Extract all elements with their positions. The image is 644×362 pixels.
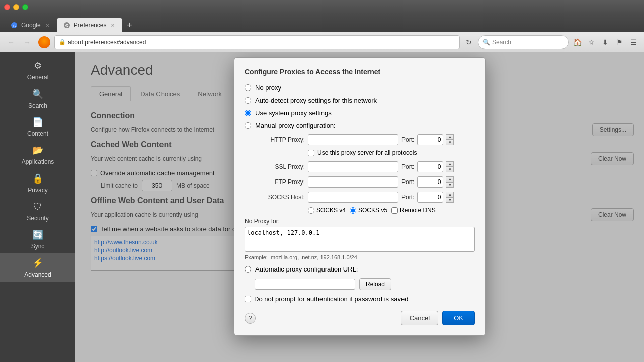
auto-detect-label[interactable]: Auto-detect proxy settings for this netw… (255, 97, 377, 104)
close-window-button[interactable] (4, 4, 10, 10)
ftp-port-up[interactable]: ▲ (446, 176, 454, 182)
socks-v4-label[interactable]: SOCKS v4 (316, 207, 346, 214)
auto-proxy-url-input[interactable] (255, 279, 355, 290)
use-system-row: Use system proxy settings (245, 109, 475, 117)
search-sidebar-icon: 🔍 (32, 88, 44, 100)
sidebar-item-sync[interactable]: 🔄 Sync (0, 225, 75, 253)
ok-button[interactable]: OK (442, 311, 475, 325)
sidebar-item-privacy[interactable]: 🔒 Privacy (0, 169, 75, 197)
no-proxy-section: No Proxy for: localhost, 127.0.0.1 Examp… (245, 218, 475, 260)
socks-port-input[interactable] (417, 192, 443, 203)
tab-preferences-label: Preferences (74, 22, 107, 29)
auto-proxy-url-radio[interactable] (245, 266, 251, 273)
tab-preferences-close[interactable]: ✕ (109, 22, 116, 29)
http-port-down[interactable]: ▼ (446, 140, 454, 145)
sidebar: ⚙ General 🔍 Search 📄 Content 📂 Applicati… (0, 52, 75, 362)
socks-port-up[interactable]: ▲ (446, 192, 454, 197)
sidebar-label-advanced: Advanced (24, 271, 51, 278)
svg-text:G: G (13, 24, 16, 28)
ssl-port-down[interactable]: ▼ (446, 167, 454, 172)
use-all-protocols-row: Use this proxy server for all protocols (308, 149, 475, 156)
search-box[interactable]: 🔍 Search (478, 35, 569, 49)
socks-port-spinner: ▲ ▼ (446, 192, 454, 203)
url-bar[interactable]: 🔒 about:preferences#advanced (54, 35, 460, 49)
titlebar (0, 0, 644, 14)
use-system-label[interactable]: Use system proxy settings (255, 109, 332, 117)
sidebar-item-advanced[interactable]: ⚡ Advanced (0, 253, 75, 282)
help-button[interactable]: ? (245, 313, 256, 324)
ftp-proxy-row: FTP Proxy: Port: ▲ ▼ (255, 176, 475, 188)
http-proxy-input[interactable] (308, 134, 398, 145)
ftp-proxy-input[interactable] (308, 176, 398, 188)
http-proxy-label: HTTP Proxy: (255, 136, 305, 143)
firefox-icon (38, 36, 50, 48)
no-proxy-radio[interactable] (245, 84, 251, 91)
auth-checkbox-row: Do not prompt for authentication if pass… (245, 295, 475, 303)
ssl-proxy-input[interactable] (308, 161, 398, 172)
socks-v5-radio[interactable] (350, 207, 356, 214)
ssl-proxy-label: SSL Proxy: (255, 163, 305, 170)
remote-dns-option: Remote DNS (391, 207, 436, 214)
socks-port-down[interactable]: ▼ (446, 197, 454, 203)
http-port-input[interactable] (417, 134, 443, 145)
socks-host-input[interactable] (308, 192, 398, 203)
ftp-port-spinner: ▲ ▼ (446, 176, 454, 188)
menu-icon[interactable]: ☰ (627, 36, 640, 49)
auto-detect-radio[interactable] (245, 97, 251, 104)
ssl-port-input[interactable] (417, 161, 443, 172)
http-port-up[interactable]: ▲ (446, 134, 454, 140)
security-icon: 🛡 (32, 201, 44, 213)
socks-v5-label[interactable]: SOCKS v5 (358, 207, 387, 214)
back-button[interactable]: ← (4, 35, 18, 49)
socks-v4-radio[interactable] (308, 207, 314, 214)
remote-dns-checkbox[interactable] (391, 207, 398, 214)
downloads-icon[interactable]: ⬇ (599, 36, 612, 49)
manual-proxy-label[interactable]: Manual proxy configuration: (255, 122, 336, 129)
manual-row: Manual proxy configuration: (245, 122, 475, 129)
ssl-port-up[interactable]: ▲ (446, 161, 454, 167)
bookmark-icon[interactable]: ☆ (585, 36, 598, 49)
use-all-protocols-checkbox[interactable] (308, 150, 314, 156)
new-tab-button[interactable]: + (122, 18, 136, 32)
reload-button[interactable]: ↻ (462, 35, 476, 49)
sidebar-item-content[interactable]: 📄 Content (0, 113, 75, 141)
ftp-port-down[interactable]: ▼ (446, 182, 454, 188)
use-all-protocols-label: Use this proxy server for all protocols (317, 149, 417, 156)
forward-button[interactable]: → (20, 35, 34, 49)
minimize-window-button[interactable] (13, 4, 19, 10)
example-text: Example: .mozilla.org, .net.nz, 192.168.… (245, 254, 475, 260)
manual-proxy-radio[interactable] (245, 122, 251, 129)
socks-v5-option: SOCKS v5 (350, 207, 387, 214)
cancel-button[interactable]: Cancel (401, 311, 438, 325)
remote-dns-label: Remote DNS (400, 207, 436, 214)
sync-icon: 🔄 (32, 229, 44, 241)
tab-google-close[interactable]: ✕ (44, 22, 51, 29)
http-proxy-row: HTTP Proxy: Port: ▲ ▼ (255, 134, 475, 145)
no-proxy-for-label: No Proxy for: (245, 218, 475, 225)
sidebar-item-search[interactable]: 🔍 Search (0, 84, 75, 113)
sidebar-item-general[interactable]: ⚙ General (0, 56, 75, 84)
search-placeholder: Search (492, 39, 511, 46)
browser-tab-preferences[interactable]: ⚙ Preferences ✕ (57, 18, 123, 32)
url-text: about:preferences#advanced (68, 39, 146, 46)
sidebar-label-applications: Applications (22, 158, 54, 165)
sidebar-item-applications[interactable]: 📂 Applications (0, 141, 75, 169)
browser-tab-google[interactable]: G Google ✕ (4, 18, 57, 32)
auth-checkbox[interactable] (245, 296, 251, 302)
home-icon[interactable]: 🏠 (571, 36, 584, 49)
applications-icon: 📂 (32, 144, 44, 156)
sidebar-label-privacy: Privacy (28, 187, 47, 194)
no-proxy-textarea[interactable]: localhost, 127.0.0.1 (245, 227, 475, 252)
url-lock-icon: 🔒 (59, 39, 66, 45)
main-layout: ⚙ General 🔍 Search 📄 Content 📂 Applicati… (0, 52, 644, 362)
reload-button[interactable]: Reload (359, 278, 391, 290)
auto-proxy-url-label[interactable]: Automatic proxy configuration URL: (255, 265, 358, 273)
no-proxy-label[interactable]: No proxy (255, 84, 281, 92)
use-system-radio[interactable] (245, 110, 251, 116)
ftp-port-input[interactable] (417, 176, 443, 188)
maximize-window-button[interactable] (22, 4, 28, 10)
tab-google-label: Google (21, 22, 41, 29)
proxy-fields: HTTP Proxy: Port: ▲ ▼ Use this proxy ser… (255, 134, 475, 214)
pocket-icon[interactable]: ⚑ (613, 36, 626, 49)
sidebar-item-security[interactable]: 🛡 Security (0, 197, 75, 225)
